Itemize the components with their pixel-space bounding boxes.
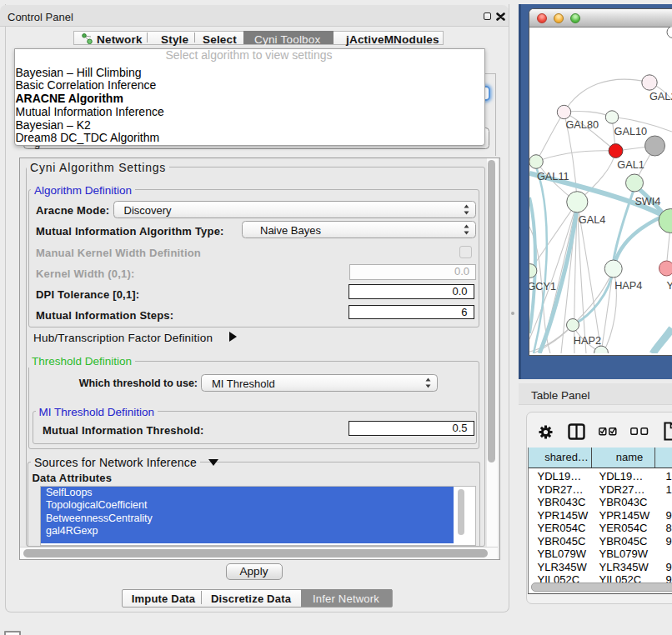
svg-text:HAP2: HAP2 [574, 335, 601, 347]
svg-text:GCY1: GCY1 [529, 281, 556, 292]
svg-text:GAL2: GAL2 [649, 91, 672, 102]
svg-text:GAL1: GAL1 [617, 159, 644, 171]
svg-text:SWI4: SWI4 [634, 196, 660, 208]
svg-text:GAL11: GAL11 [537, 171, 569, 182]
svg-text:Y: Y [666, 280, 672, 292]
svg-text:HAP4: HAP4 [614, 280, 642, 292]
svg-text:GAL4: GAL4 [579, 214, 605, 226]
svg-text:GAL10: GAL10 [614, 126, 648, 138]
svg-text:GAL80: GAL80 [566, 119, 599, 131]
